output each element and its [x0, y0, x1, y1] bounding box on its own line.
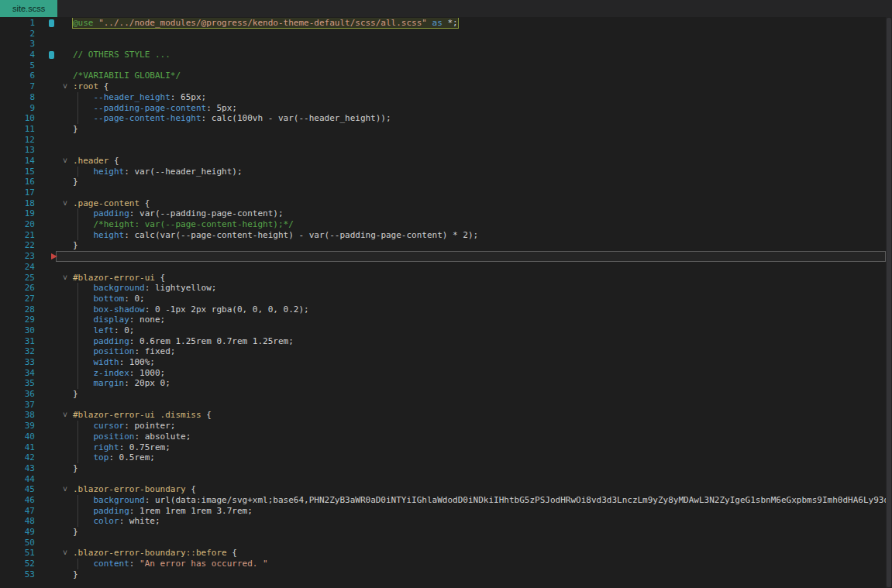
line-number[interactable]: 32	[0, 346, 38, 357]
code-line[interactable]: 35 margin: 20px 0;	[0, 378, 886, 389]
glyph-margin[interactable]	[38, 177, 59, 187]
fold-margin[interactable]	[59, 527, 71, 538]
scrollbar-thumb[interactable]	[887, 18, 891, 587]
fold-margin[interactable]: ˅	[59, 410, 71, 421]
line-number[interactable]: 30	[0, 325, 38, 336]
glyph-margin[interactable]	[38, 559, 59, 569]
fold-margin[interactable]	[59, 219, 71, 230]
code-line[interactable]: 36}	[0, 389, 886, 400]
fold-margin[interactable]	[59, 135, 71, 146]
glyph-margin[interactable]	[38, 167, 59, 177]
glyph-margin[interactable]	[38, 421, 59, 432]
line-number[interactable]: 2	[0, 29, 38, 40]
glyph-margin[interactable]	[38, 442, 59, 453]
line-number[interactable]: 12	[0, 135, 38, 146]
glyph-margin[interactable]	[38, 548, 59, 559]
glyph-margin[interactable]	[38, 452, 59, 463]
line-number[interactable]: 22	[0, 240, 38, 251]
glyph-margin[interactable]	[38, 378, 59, 389]
code-line[interactable]: 4// OTHERS STYLE ...	[0, 50, 886, 60]
line-number[interactable]: 9	[0, 103, 38, 114]
glyph-margin[interactable]	[38, 208, 59, 219]
code-line[interactable]: 28 box-shadow: 0 -1px 2px rgba(0, 0, 0, …	[0, 304, 886, 315]
line-number[interactable]: 14	[0, 156, 38, 167]
glyph-margin[interactable]	[38, 273, 59, 284]
line-number[interactable]: 48	[0, 516, 38, 527]
fold-margin[interactable]	[59, 516, 71, 527]
glyph-margin[interactable]	[38, 516, 59, 527]
glyph-margin[interactable]	[38, 262, 59, 273]
code-line[interactable]: 22}	[0, 240, 886, 251]
code-line[interactable]: 5	[0, 60, 886, 71]
fold-margin[interactable]	[59, 336, 71, 347]
line-number[interactable]: 7	[0, 81, 38, 92]
code-line[interactable]: 44	[0, 474, 886, 485]
code-line[interactable]: 6/*VARIABILI GLOBALI*/	[0, 70, 886, 81]
fold-margin[interactable]	[59, 452, 71, 463]
line-number[interactable]: 45	[0, 484, 38, 495]
code-line[interactable]: 17	[0, 187, 886, 198]
line-number[interactable]: 46	[0, 495, 38, 506]
line-number[interactable]: 3	[0, 39, 38, 50]
line-number[interactable]: 35	[0, 378, 38, 389]
code-line[interactable]: 9 --padding-page-content: 5px;	[0, 103, 886, 114]
glyph-margin[interactable]	[38, 135, 59, 146]
code-line[interactable]: 12	[0, 135, 886, 146]
line-number[interactable]: 38	[0, 410, 38, 421]
code-line[interactable]: 48 color: white;	[0, 516, 886, 527]
glyph-margin[interactable]	[38, 368, 59, 379]
line-number[interactable]: 25	[0, 273, 38, 284]
fold-margin[interactable]	[59, 177, 71, 187]
glyph-margin[interactable]	[38, 70, 59, 81]
code-line[interactable]: 30 left: 0;	[0, 325, 886, 336]
fold-margin[interactable]	[59, 145, 71, 156]
line-number[interactable]: 49	[0, 527, 38, 538]
fold-margin[interactable]	[59, 559, 71, 569]
fold-margin[interactable]	[59, 113, 71, 124]
fold-chevron-icon[interactable]: ˅	[63, 273, 67, 282]
glyph-margin[interactable]	[38, 569, 59, 580]
glyph-margin[interactable]	[38, 315, 59, 325]
code-line[interactable]: 24	[0, 262, 886, 273]
code-line[interactable]: 3	[0, 39, 886, 50]
code-line[interactable]: 37	[0, 400, 886, 411]
code-line[interactable]: 52 content: "An error has occurred. "	[0, 559, 886, 569]
line-number[interactable]: 39	[0, 421, 38, 432]
code-line[interactable]: 42 top: 0.5rem;	[0, 452, 886, 463]
glyph-margin[interactable]	[38, 187, 59, 198]
code-line[interactable]: 27 bottom: 0;	[0, 294, 886, 304]
glyph-margin[interactable]	[38, 60, 59, 71]
line-number[interactable]: 31	[0, 336, 38, 347]
fold-margin[interactable]: ˅	[59, 198, 71, 209]
glyph-margin[interactable]	[38, 29, 59, 40]
code-line[interactable]: 18˅.page-content {	[0, 198, 886, 209]
code-line[interactable]: 46 background: url(data:image/svg+xml;ba…	[0, 495, 886, 506]
glyph-margin[interactable]	[38, 357, 59, 368]
line-number[interactable]: 34	[0, 368, 38, 379]
line-number[interactable]: 44	[0, 474, 38, 485]
line-number[interactable]: 11	[0, 124, 38, 135]
glyph-margin[interactable]	[38, 113, 59, 124]
glyph-margin[interactable]	[38, 325, 59, 336]
glyph-margin[interactable]	[38, 506, 59, 517]
glyph-margin[interactable]	[38, 219, 59, 230]
line-number[interactable]: 16	[0, 177, 38, 187]
fold-margin[interactable]	[59, 506, 71, 517]
fold-margin[interactable]	[59, 378, 71, 389]
line-number[interactable]: 19	[0, 208, 38, 219]
fold-margin[interactable]	[59, 315, 71, 325]
line-number[interactable]: 52	[0, 559, 38, 569]
line-number[interactable]: 8	[0, 92, 38, 103]
code-line[interactable]: 20 /*height: var(--page-content-height);…	[0, 219, 886, 230]
glyph-margin[interactable]	[38, 92, 59, 103]
glyph-margin[interactable]	[38, 156, 59, 167]
fold-margin[interactable]	[59, 18, 71, 29]
glyph-margin[interactable]	[38, 145, 59, 156]
code-line[interactable]: 38˅#blazor-error-ui .dismiss {	[0, 410, 886, 421]
line-number[interactable]: 40	[0, 432, 38, 442]
code-line[interactable]: 40 position: absolute;	[0, 432, 886, 442]
code-line[interactable]: 11}	[0, 124, 886, 135]
glyph-margin[interactable]	[38, 400, 59, 411]
fold-margin[interactable]	[59, 92, 71, 103]
code-line[interactable]: 49}	[0, 527, 886, 538]
